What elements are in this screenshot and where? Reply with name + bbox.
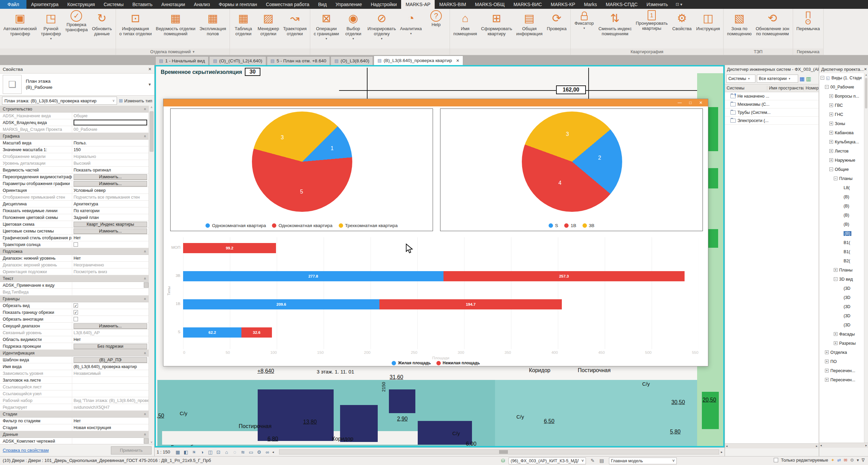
tree-toggle-icon[interactable]: [838, 305, 842, 308]
property-row[interactable]: ADSK_Примечание к виду: [0, 282, 149, 289]
tree-item[interactable]: (3D: [819, 320, 868, 329]
minimize-icon[interactable]: —: [678, 100, 682, 105]
ribbon-button[interactable]: 1 Пронумеровать квартиры ▾: [634, 9, 670, 48]
property-row[interactable]: ADSK_Владелец вида: [0, 119, 149, 126]
bar-segment[interactable]: 62.2: [183, 327, 241, 338]
new-table-icon[interactable]: ▦: [800, 76, 805, 82]
scroll-right-icon[interactable]: ▸: [721, 450, 723, 454]
ribbon-button[interactable]: ⊞ Сформировать квартиру ▾: [479, 9, 514, 48]
property-row[interactable]: Ориентация Условный север Условный север: [0, 187, 149, 194]
property-row[interactable]: Зависимость уровня Независимый Независим…: [0, 370, 149, 377]
property-row[interactable]: Положение цветовой схемы Задний план Зад…: [0, 214, 149, 221]
ribbon-button[interactable]: ▦ Таблица отделки ▾: [231, 9, 256, 48]
mep-horizontal-scrollbar[interactable]: ◂▸: [725, 443, 818, 448]
worksets-status-icon[interactable]: ✦: [831, 458, 834, 463]
tree-item[interactable]: (3D: [819, 311, 868, 320]
property-row[interactable]: Имя вида (В)_L3(8.640)_проверка квартир …: [0, 363, 149, 370]
rendering-icon[interactable]: ◫: [207, 449, 214, 455]
ribbon-tab[interactable]: MARKS-КР: [546, 0, 579, 9]
tree-item[interactable]: Пересечен...: [819, 375, 868, 384]
ribbon-tab[interactable]: Вид: [314, 0, 331, 9]
property-value-button[interactable]: Без подрезки: [74, 344, 147, 349]
horizontal-scrollbar[interactable]: [279, 449, 719, 454]
tree-toggle-icon[interactable]: [829, 122, 833, 125]
tree-toggle-icon[interactable]: [829, 149, 833, 153]
tree-item[interactable]: Отделка: [819, 348, 868, 357]
tree-toggle-icon[interactable]: [838, 213, 842, 217]
tree-toggle-icon[interactable]: [829, 103, 833, 107]
property-row[interactable]: Связанный уровень L3(8.640)_АР L3(8.640)…: [0, 329, 149, 336]
ribbon-tab[interactable]: Архитектура: [26, 0, 63, 9]
property-row[interactable]: Идентификация: [0, 350, 149, 357]
drawing-area[interactable]: Временное скрытие/изоляция 30162,00 +8,6…: [155, 65, 725, 456]
document-tab[interactable]: ▤ 1 - Начальный вид: [155, 56, 209, 65]
ribbon-button[interactable]: ✓ Проверка трансфера ▾: [63, 9, 90, 48]
tree-item[interactable]: (В): [819, 229, 868, 238]
tree-item[interactable]: Наружные: [819, 156, 868, 165]
property-row[interactable]: Область видимости Нет Нет: [0, 336, 149, 343]
edit-type-button[interactable]: ⊞ Изменить тип: [119, 98, 152, 103]
tree-toggle-icon[interactable]: [825, 360, 829, 363]
tree-item[interactable]: Кульбицка...: [819, 137, 868, 146]
property-row[interactable]: Показать границу обрезки: [0, 309, 149, 316]
properties-scrollbar[interactable]: ˄˅: [149, 106, 154, 444]
tree-item[interactable]: 00_Рабочие: [819, 82, 868, 92]
property-row[interactable]: Масштаб вида Польз. Польз.: [0, 140, 149, 146]
properties-help-link[interactable]: Справка по свойствам: [3, 448, 49, 453]
ribbon-button[interactable]: ↻ Обновить данные ▾: [90, 9, 114, 48]
tree-toggle-icon[interactable]: [834, 268, 837, 272]
tree-item[interactable]: В2(: [819, 256, 868, 265]
tree-item[interactable]: (В): [819, 220, 868, 229]
tree-item[interactable]: Зоны: [819, 119, 868, 128]
mep-system-row[interactable]: ? Не назначено ...: [725, 92, 818, 100]
ribbon-button[interactable]: Фиксатор ▾: [572, 9, 596, 48]
ribbon-button[interactable]: ⟳ Проверка ▾: [545, 9, 569, 48]
property-row[interactable]: Шаблон вида (В)_АР_ПЭ (В)_АР_ПЭ: [0, 357, 149, 363]
property-row[interactable]: Подложка: [0, 248, 149, 255]
tree-toggle-icon[interactable]: [829, 158, 833, 162]
property-row[interactable]: Границы: [0, 296, 149, 302]
tree-item[interactable]: (В): [819, 192, 868, 201]
sync-icon[interactable]: ⇄: [837, 458, 841, 463]
ribbon-button[interactable]: ◔ Аналитика ▾: [398, 9, 424, 48]
tree-toggle-icon[interactable]: [834, 177, 837, 180]
ribbon-tab[interactable]: Вставить: [128, 0, 157, 9]
property-row[interactable]: Стадии: [0, 411, 149, 418]
categories-filter-combo[interactable]: Все категории▾: [757, 75, 798, 83]
property-value-button[interactable]: Кварт_Индекс квартиры: [74, 222, 147, 227]
property-row[interactable]: Цветовая схема Кварт_Индекс квартиры Ква…: [0, 221, 149, 228]
property-row[interactable]: Рабочий набор Вид "План этажа: (В)_L3(8.…: [0, 397, 149, 404]
ribbon-tab[interactable]: MARKS-ОБЩ: [471, 0, 509, 9]
editing-requests-icon[interactable]: ✉: [844, 458, 847, 463]
type-selector[interactable]: План этажа: (В)_L3(8.640)_проверка кварт…: [2, 97, 117, 105]
property-row[interactable]: Графика: [0, 133, 149, 140]
tab-file[interactable]: Файл: [0, 0, 26, 9]
document-tab[interactable]: ▤ (В)_L3(8.640)_проверка квартир ✕: [374, 56, 463, 65]
property-row[interactable]: Фильтр по стадиям Нет Нет: [0, 418, 149, 424]
apply-button[interactable]: Применить: [111, 446, 152, 454]
worksharing-display-icon[interactable]: ⚙: [256, 449, 262, 455]
document-tab[interactable]: ▤ 5 - План на отм. +8.640: [267, 56, 330, 65]
tree-toggle-icon[interactable]: [838, 222, 842, 226]
tree-toggle-icon[interactable]: [829, 131, 833, 135]
ribbon-button[interactable]: ▦ Ведомость отделки помещений ▾: [154, 9, 197, 48]
ribbon-button[interactable]: ⊡ Информация о типах отделки ▾: [117, 9, 154, 48]
tree-item[interactable]: (3D: [819, 293, 868, 302]
tree-item[interactable]: Фасады: [819, 329, 868, 339]
tree-toggle-icon[interactable]: [838, 314, 842, 318]
ribbon-button[interactable]: ◳ Ручной трансфер ▾: [39, 9, 63, 48]
bar-segment[interactable]: 277.8: [183, 271, 443, 281]
ribbon-button[interactable]: ⇅ Сменить индекс помещениям ▾: [596, 9, 634, 48]
property-row[interactable]: Показать невидимые линии По категории По…: [0, 207, 149, 214]
ribbon-button[interactable]: ▤ Общая информация ▾: [514, 9, 545, 48]
hide-isolate-icon[interactable]: ≋: [240, 449, 246, 455]
checkbox[interactable]: [74, 317, 78, 321]
filter-dropdown-icon[interactable]: ▾: [857, 458, 859, 463]
tree-toggle-icon[interactable]: [829, 113, 833, 116]
tree-toggle-icon[interactable]: [838, 231, 842, 235]
property-row[interactable]: Диапазон: нижний уровень Нет Нет: [0, 255, 149, 262]
document-tab[interactable]: ▤ (О)_(СтП)_L2(4.640): [209, 56, 266, 65]
ribbon-tab[interactable]: Формы и генплан: [214, 0, 261, 9]
property-row[interactable]: Текст: [0, 275, 149, 282]
property-row[interactable]: Редактирует svidunovichX5QH7 svidunovich…: [0, 404, 149, 411]
